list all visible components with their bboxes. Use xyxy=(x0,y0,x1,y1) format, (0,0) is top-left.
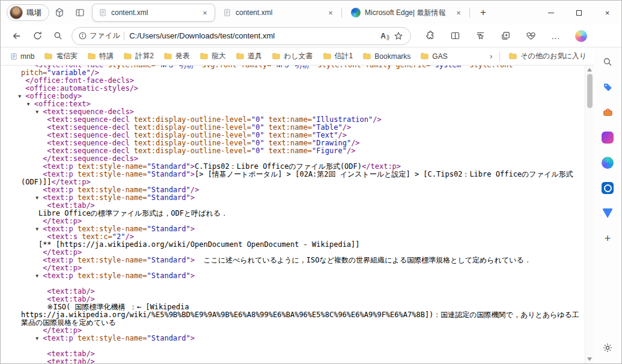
bookmark-item[interactable]: 計算2 xyxy=(118,49,159,63)
scrollbar-thumb[interactable] xyxy=(587,74,593,108)
settings-gear-icon xyxy=(602,342,613,353)
bookmark-item[interactable]: 龍大 xyxy=(195,49,231,63)
xml-line: <text:tab/> xyxy=(21,358,581,363)
title-bar: 職場 content.xml × content.xml × Microsoft… xyxy=(1,1,621,25)
shopping-tag-icon xyxy=(602,82,614,93)
collapse-arrow-icon[interactable]: ▼ xyxy=(35,195,38,201)
folder-icon xyxy=(420,52,429,60)
bookmark-item[interactable]: 電信実 xyxy=(39,49,82,63)
info-icon[interactable] xyxy=(78,31,87,40)
extensions-icon[interactable] xyxy=(419,27,440,45)
bookmark-item[interactable]: 特講 xyxy=(82,49,118,63)
bookmark-item[interactable]: 発表 xyxy=(159,49,195,63)
drop-icon xyxy=(602,208,613,218)
scroll-down-icon[interactable] xyxy=(587,357,592,361)
collapse-arrow-icon[interactable]: ▼ xyxy=(27,102,30,107)
workspaces-icon[interactable] xyxy=(49,4,70,22)
tab-content-xml-2[interactable]: content.xml × xyxy=(217,4,340,22)
scheme-separator xyxy=(124,32,124,40)
xml-line: ▼ <text:p text:style-name="Standard"> xyxy=(21,272,581,280)
sidebar-shopping-button[interactable] xyxy=(598,77,617,97)
xml-line xyxy=(21,280,581,288)
favorites-icon[interactable] xyxy=(470,27,490,45)
folder-icon xyxy=(362,52,371,60)
sidebar-settings-button[interactable] xyxy=(598,338,617,357)
sidebar-drop-button[interactable] xyxy=(598,204,617,223)
sidebar-games-button[interactable] xyxy=(598,128,617,147)
sidebar-m365-copilot-button[interactable] xyxy=(598,153,617,172)
bookmark-item[interactable]: わし文書 xyxy=(267,49,318,63)
sidebar-search-button[interactable] xyxy=(598,52,617,71)
bookmarks-overflow-chevron-icon[interactable]: › xyxy=(486,52,496,61)
sidebar-customize-button[interactable]: + xyxy=(598,229,617,248)
close-button[interactable]: × xyxy=(593,1,621,25)
read-aloud-button[interactable]: A)) xyxy=(380,32,389,40)
browser-essentials-icon[interactable] xyxy=(520,27,541,45)
folder-icon xyxy=(272,52,281,60)
bookmark-label: 計算2 xyxy=(135,51,154,61)
navigation-toolbar: ファイル C:/Users/user/Downloads/test/conten… xyxy=(1,25,621,47)
tab-divider xyxy=(341,8,342,17)
bookmark-label: Bookmarks xyxy=(374,52,410,61)
scroll-up-icon[interactable] xyxy=(587,68,592,71)
bookmark-label: 龍大 xyxy=(212,51,226,61)
refresh-button[interactable] xyxy=(27,27,47,45)
add-favorite-star-icon[interactable] xyxy=(391,29,406,43)
bookmark-item[interactable]: GAS xyxy=(415,50,452,62)
profile-button[interactable]: 職場 xyxy=(7,4,49,21)
xml-line: <text:p text:style-name="Standard">[> [情… xyxy=(21,171,581,186)
folder-icon xyxy=(123,52,132,60)
document-icon xyxy=(99,8,107,17)
collapse-arrow-icon[interactable]: ▼ xyxy=(18,94,21,99)
edge-sidebar: + xyxy=(594,47,621,363)
collapse-arrow-icon[interactable]: ▼ xyxy=(35,226,38,232)
bookmark-item[interactable]: mnb xyxy=(5,50,39,62)
xml-line: ※ISO( 国際標準化機構 ：← [Wikipedia https://ja.w… xyxy=(21,303,581,327)
tab-edge-news[interactable]: Microsoft Edge| 最新情報 × xyxy=(345,4,468,22)
address-bar[interactable]: ファイル C:/Users/user/Downloads/test/conten… xyxy=(72,27,411,45)
collapse-arrow-icon[interactable]: ▼ xyxy=(35,336,38,341)
bookmark-item[interactable]: 信計1 xyxy=(318,49,358,63)
minimize-button[interactable] xyxy=(537,1,565,25)
collapse-arrow-icon[interactable]: ▼ xyxy=(35,109,38,115)
copilot-icon[interactable] xyxy=(571,27,591,45)
url-scheme-label: ファイル xyxy=(90,31,120,41)
more-menu-icon[interactable]: … xyxy=(546,27,566,45)
folder-icon xyxy=(323,52,332,60)
collections-icon[interactable] xyxy=(495,27,516,45)
split-screen-icon[interactable] xyxy=(445,27,465,45)
document-icon xyxy=(223,8,231,17)
tab-close-icon[interactable]: × xyxy=(326,8,335,17)
bookmark-item[interactable]: Bookmarks xyxy=(358,50,415,62)
bookmark-label: mnb xyxy=(20,52,34,61)
xml-line: <text:tab/> xyxy=(21,350,581,358)
folder-icon xyxy=(236,52,245,60)
search-button[interactable] xyxy=(47,27,68,45)
tab-actions-icon[interactable] xyxy=(70,4,90,22)
bookmark-item[interactable]: 道具 xyxy=(231,49,267,63)
tab-close-icon[interactable]: × xyxy=(454,8,463,17)
tab-close-icon[interactable]: × xyxy=(200,8,210,17)
back-button[interactable] xyxy=(7,27,27,45)
xml-line: ▼ <text:p text:style-name="Standard"> xyxy=(21,194,581,202)
sidebar-outlook-button[interactable] xyxy=(598,178,617,198)
folder-icon xyxy=(200,52,209,60)
url-text[interactable]: C:/Users/user/Downloads/test/content.xml xyxy=(129,31,378,40)
search-icon xyxy=(602,56,613,67)
bookmark-label: 道具 xyxy=(248,51,262,61)
vertical-scrollbar[interactable] xyxy=(585,65,594,363)
window-controls: × xyxy=(537,1,621,25)
sidebar-tools-button[interactable] xyxy=(598,103,617,122)
new-tab-button[interactable]: + xyxy=(475,4,492,21)
folder-icon xyxy=(163,52,172,60)
profile-label: 職場 xyxy=(26,8,41,18)
tab-label: content.xml xyxy=(236,8,322,17)
toolbox-icon xyxy=(602,107,614,118)
maximize-button[interactable] xyxy=(565,1,593,25)
bookmark-label: その他のお気に入り xyxy=(520,51,587,61)
xml-view: <style:font-face style:name="ＭＳ 明朝" svg:… xyxy=(1,65,585,363)
other-favorites-button[interactable]: その他のお気に入り xyxy=(504,49,591,63)
xml-line: <style:font-face style:name="ＭＳ 明朝" svg:… xyxy=(21,65,581,77)
tab-content-xml-1[interactable]: content.xml × xyxy=(92,4,215,22)
collapse-arrow-icon[interactable]: ▼ xyxy=(35,273,38,279)
